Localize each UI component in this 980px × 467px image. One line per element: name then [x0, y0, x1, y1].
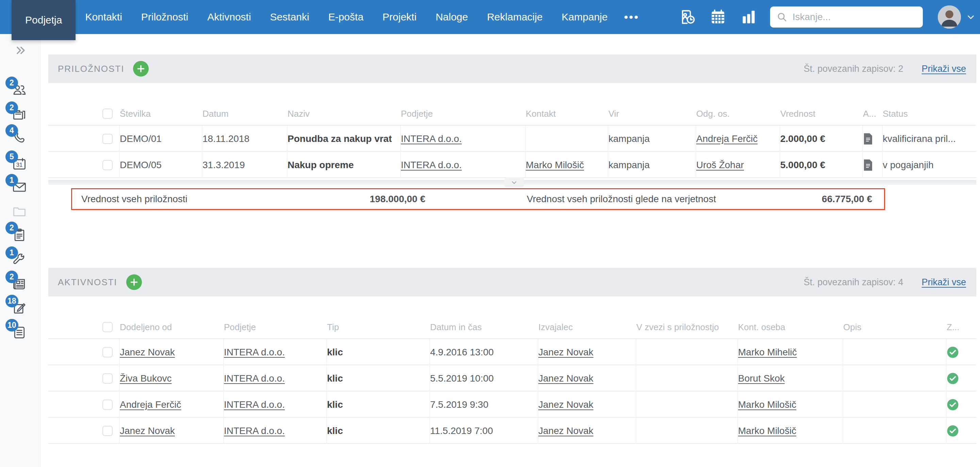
- company-link[interactable]: INTERA d.o.o.: [401, 159, 462, 171]
- search-input[interactable]: [792, 11, 917, 22]
- company-link[interactable]: INTERA d.o.o.: [224, 347, 285, 358]
- tab-podjetja[interactable]: Podjetja: [11, 0, 76, 40]
- company-link[interactable]: INTERA d.o.o.: [224, 399, 285, 410]
- column-header: Kontakt: [526, 108, 608, 119]
- sidebar-item-lists[interactable]: 10: [12, 325, 27, 340]
- assigned-by-link[interactable]: Živa Bukovc: [120, 373, 172, 384]
- sidebar-item-calls[interactable]: 4: [12, 130, 27, 145]
- value: 2.000,00 €: [780, 134, 825, 144]
- tab-priloznosti[interactable]: Priložnosti: [132, 0, 198, 34]
- executor-link[interactable]: Janez Novak: [538, 373, 593, 384]
- activity-datetime: 5.5.2019 10:00: [430, 373, 494, 384]
- user-menu-chevron-down-icon[interactable]: [966, 12, 976, 22]
- recent-contacts-icon[interactable]: [678, 8, 697, 26]
- assigned-by-link[interactable]: Andreja Ferčič: [120, 399, 181, 410]
- badge-count: 5: [5, 150, 18, 163]
- opportunity-name: Ponudba za nakup vrat: [288, 134, 392, 144]
- badge-count: 2: [5, 77, 18, 89]
- sidebar-item-email[interactable]: 1: [12, 180, 27, 195]
- company-link[interactable]: INTERA d.o.o.: [224, 426, 285, 437]
- activity-row[interactable]: Andreja Ferčič INTERA d.o.o. klic 7.5.20…: [48, 391, 976, 418]
- contact-link[interactable]: Marko Milošič: [526, 159, 584, 171]
- tab-kampanje[interactable]: Kampanje: [552, 0, 617, 34]
- tab-label: E-pošta: [328, 11, 363, 23]
- tab-eposta[interactable]: E-pošta: [319, 0, 373, 34]
- value: 5.000,00 €: [780, 159, 825, 171]
- sidebar-item-projects[interactable]: 1: [12, 252, 27, 267]
- summary-total-label: Vrednost vseh priložnosti: [81, 194, 188, 204]
- column-header: Podjetje: [401, 108, 526, 119]
- assigned-by-link[interactable]: Janez Novak: [120, 426, 175, 437]
- tab-projekti[interactable]: Projekti: [373, 0, 426, 34]
- contact-person-link[interactable]: Marko Milošič: [738, 399, 796, 410]
- company-link[interactable]: INTERA d.o.o.: [224, 373, 285, 384]
- sidebar-item-companies[interactable]: 2: [12, 107, 27, 122]
- row-checkbox[interactable]: [102, 347, 113, 357]
- opportunity-number: DEMO/01: [120, 134, 162, 144]
- responsible-person-link[interactable]: Uroš Žohar: [696, 159, 744, 171]
- show-all-link[interactable]: Prikaži vse: [921, 277, 966, 288]
- column-header: Izvajalec: [538, 322, 636, 333]
- tab-label: Reklamacije: [487, 11, 542, 23]
- column-header: Številka: [120, 108, 202, 119]
- nav-right-toolbar: [678, 0, 978, 34]
- row-checkbox[interactable]: [102, 134, 113, 144]
- crm-page: Podjetja Kontakti Priložnosti Aktivnosti…: [0, 0, 980, 467]
- activity-datetime: 4.9.2016 13:00: [430, 347, 494, 358]
- column-header: Podjetje: [224, 322, 327, 333]
- column-header: Vrednost: [780, 108, 863, 119]
- executor-link[interactable]: Janez Novak: [538, 426, 593, 437]
- contact-person-link[interactable]: Borut Skok: [738, 373, 785, 384]
- tab-label: Naloge: [436, 11, 468, 23]
- calendar-grid-icon[interactable]: [709, 8, 727, 26]
- chevron-down-icon: [510, 178, 519, 187]
- main-content: PRILOŽNOSTI Št. povezanih zapisov: 2 Pri…: [48, 34, 976, 444]
- sidebar-item-contacts[interactable]: 2: [12, 82, 27, 97]
- section-title: PRILOŽNOSTI: [58, 64, 124, 74]
- contact-person-link[interactable]: Marko Mihelič: [738, 347, 797, 358]
- attachment-document-icon[interactable]: [863, 159, 873, 171]
- sidebar-item-news[interactable]: 2: [12, 276, 27, 292]
- add-activity-button[interactable]: [126, 274, 142, 290]
- contact-person-link[interactable]: Marko Milošič: [738, 426, 796, 437]
- activity-row[interactable]: Janez Novak INTERA d.o.o. klic 4.9.2016 …: [48, 339, 976, 365]
- opportunity-row[interactable]: DEMO/01 18.11.2018 Ponudba za nakup vrat…: [48, 126, 976, 152]
- column-header: Odg. os.: [696, 108, 780, 119]
- user-avatar[interactable]: [938, 5, 961, 29]
- badge-count: 1: [5, 174, 18, 186]
- tab-reklamacije[interactable]: Reklamacije: [477, 0, 552, 34]
- show-all-link[interactable]: Prikaži vse: [921, 64, 966, 74]
- activity-row[interactable]: Janez Novak INTERA d.o.o. klic 11.5.2019…: [48, 418, 976, 444]
- badge-count: 10: [5, 319, 18, 332]
- activity-row[interactable]: Živa Bukovc INTERA d.o.o. klic 5.5.2019 …: [48, 365, 976, 391]
- left-sidebar: 2 2 4 31 5 1: [0, 34, 41, 467]
- row-checkbox[interactable]: [102, 373, 113, 384]
- sidebar-item-meetings[interactable]: 31 5: [12, 156, 27, 171]
- assigned-by-link[interactable]: Janez Novak: [120, 347, 175, 358]
- executor-link[interactable]: Janez Novak: [538, 399, 593, 410]
- opportunity-row[interactable]: DEMO/05 31.3.2019 Nakup opreme INTERA d.…: [48, 152, 976, 178]
- tab-sestanki[interactable]: Sestanki: [261, 0, 319, 34]
- sidebar-item-tasks[interactable]: 2: [12, 227, 27, 242]
- company-link[interactable]: INTERA d.o.o.: [401, 134, 462, 144]
- expand-summary-button[interactable]: [504, 177, 524, 188]
- linked-records-count: Št. povezanih zapisov: 4: [804, 277, 904, 288]
- executor-link[interactable]: Janez Novak: [538, 347, 593, 358]
- bar-chart-icon[interactable]: [740, 8, 758, 26]
- attachment-document-icon[interactable]: [863, 133, 873, 145]
- row-checkbox[interactable]: [102, 400, 113, 410]
- row-checkbox[interactable]: [102, 426, 113, 436]
- tab-aktivnosti[interactable]: Aktivnosti: [198, 0, 260, 34]
- sidebar-expand-chevron-double-right-icon[interactable]: [13, 43, 28, 59]
- select-all-checkbox[interactable]: [102, 322, 113, 332]
- select-all-checkbox[interactable]: [102, 108, 113, 119]
- column-header: Naziv: [288, 108, 401, 119]
- tab-naloge[interactable]: Naloge: [426, 0, 477, 34]
- tab-kontakti[interactable]: Kontakti: [76, 0, 131, 34]
- nav-more-button[interactable]: •••: [617, 0, 646, 34]
- add-opportunity-button[interactable]: [133, 61, 149, 77]
- sidebar-item-notes-edit[interactable]: 18: [12, 301, 27, 316]
- row-checkbox[interactable]: [102, 160, 113, 170]
- sidebar-item-documents[interactable]: [12, 204, 27, 219]
- responsible-person-link[interactable]: Andreja Ferčič: [696, 134, 758, 144]
